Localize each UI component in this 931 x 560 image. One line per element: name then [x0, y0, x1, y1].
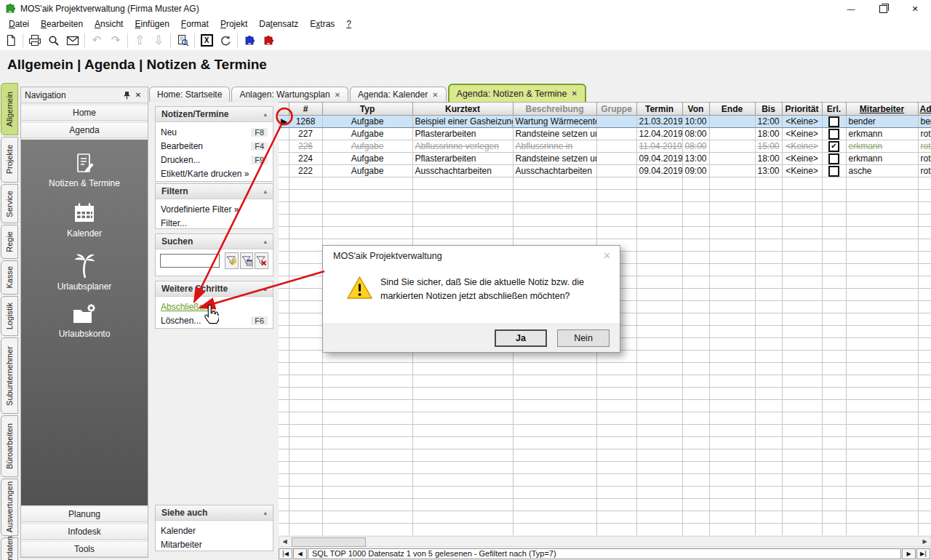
action-vordefinierte-filter[interactable]: Vordefinierte Filter » — [156, 202, 273, 216]
send-mail-button[interactable] — [63, 32, 82, 49]
col-erledigt[interactable]: Erl. — [822, 103, 846, 116]
redo-button[interactable]: ↷ — [106, 32, 125, 49]
col-mitarbeiter[interactable]: Mitarbeiter — [846, 103, 918, 116]
close-button[interactable]: ✕ — [899, 0, 931, 17]
tab-anlagen-wartungsplan[interactable]: Anlagen: Wartungsplan✕ — [231, 87, 348, 102]
first-record-button[interactable]: |◀ — [279, 548, 292, 559]
checkbox[interactable] — [828, 129, 839, 140]
menu-ansicht[interactable]: Ansicht — [89, 19, 129, 29]
scroll-left-icon[interactable]: ◀ — [279, 537, 290, 546]
filter-list-button[interactable] — [240, 252, 254, 269]
dialog-close-icon[interactable]: ✕ — [603, 250, 611, 261]
col-ende[interactable]: Ende — [709, 103, 755, 116]
table-row[interactable]: 222 Aufgabe Ausschachtarbeiten Ausschach… — [279, 165, 931, 177]
refresh-button[interactable] — [216, 32, 235, 49]
table-row[interactable]: 227 Aufgabe Pflasterarbeiten Randsteine … — [279, 128, 931, 140]
nav-item-notizen-termine[interactable]: Notizen & Termine — [21, 151, 148, 188]
section-header[interactable]: Suchen▴ — [156, 234, 273, 249]
action-etikett-drucken[interactable]: Etikett/Karte drucken » — [156, 167, 273, 180]
plugin-blue-button[interactable] — [240, 32, 259, 49]
col-kurztext[interactable]: Kurztext — [412, 103, 513, 116]
action-filter[interactable]: Filter... — [156, 216, 273, 230]
last-record-button[interactable]: ▶| — [916, 548, 930, 559]
minimize-button[interactable]: — — [835, 0, 867, 17]
print-preview-button[interactable] — [44, 32, 63, 49]
plugin-red-button[interactable] — [259, 32, 278, 49]
sidebar-tab-subunternehmer[interactable]: Subunternehmer — [1, 337, 18, 414]
col-id[interactable]: # — [289, 103, 322, 116]
section-header[interactable]: Weitere Schritte▴ — [156, 281, 273, 297]
nav-item-urlaubskonto[interactable]: Urlaubskonto — [21, 303, 148, 339]
col-bis[interactable]: Bis — [755, 103, 782, 116]
section-header[interactable]: Filtern▴ — [156, 184, 273, 199]
tab-close-icon[interactable]: ✕ — [572, 89, 578, 97]
tab-close-icon[interactable]: ✕ — [432, 91, 438, 99]
nav-item-urlaubsplaner[interactable]: Urlaubsplaner — [21, 250, 148, 292]
action-neu[interactable]: NeuF8 — [156, 125, 273, 139]
col-adresse[interactable]: Adre — [918, 103, 931, 116]
action-abschliessen[interactable]: Abschließen... — [156, 300, 273, 313]
sidebar-tab-auswertungen[interactable]: Auswertungen — [1, 479, 18, 536]
sidebar-tab-projekte[interactable]: Projekte — [1, 137, 18, 183]
action-siehe-mitarbeiter[interactable]: Mitarbeiter — [156, 537, 273, 551]
action-bearbeiten[interactable]: BearbeitenF4 — [156, 139, 273, 153]
new-document-button[interactable] — [1, 32, 20, 49]
excel-export-button[interactable]: X — [197, 32, 216, 49]
move-up-button[interactable]: ⇧ — [130, 32, 149, 49]
nav-item-tools[interactable]: Tools — [21, 541, 148, 557]
menu-extras[interactable]: Extras — [304, 19, 340, 29]
tab-agenda-kalender[interactable]: Agenda: Kalender✕ — [350, 87, 446, 102]
menu-hilfe[interactable]: ? — [340, 19, 357, 29]
next-record-button[interactable]: ▶ — [902, 548, 916, 559]
tab-home-startseite[interactable]: Home: Startseite — [149, 87, 230, 102]
restore-button[interactable] — [867, 0, 899, 17]
col-typ[interactable]: Typ — [322, 103, 412, 116]
nav-item-infodesk[interactable]: Infodesk — [21, 524, 148, 540]
search-input[interactable] — [160, 254, 220, 268]
sidebar-tab-stammdaten[interactable]: Stammdaten — [1, 537, 18, 560]
navigation-close-icon[interactable]: ✕ — [132, 89, 144, 101]
col-von[interactable]: Von — [682, 103, 709, 116]
table-row[interactable]: 226 Aufgabe Abflussrinne verlegen Abflus… — [279, 140, 931, 153]
col-gruppe[interactable]: Gruppe — [596, 103, 636, 116]
sidebar-tab-bueroarbeiten[interactable]: Büroarbeiten — [1, 415, 18, 477]
sidebar-tab-regie[interactable]: Regie — [1, 225, 18, 259]
previous-record-button[interactable]: ◀ — [293, 548, 307, 559]
nav-item-planung[interactable]: Planung — [21, 506, 148, 522]
sidebar-tab-logistik[interactable]: Logistik — [1, 296, 18, 336]
action-loeschen[interactable]: Löschen...F6 — [156, 313, 273, 327]
pin-icon[interactable] — [121, 89, 132, 101]
menu-format[interactable]: Format — [175, 19, 215, 29]
action-siehe-kalender[interactable]: Kalender — [156, 524, 273, 537]
sidebar-tab-service[interactable]: Service — [1, 184, 18, 223]
tab-agenda-notizen-termine[interactable]: Agenda: Notizen & Termine✕ — [448, 84, 586, 102]
section-header[interactable]: Siehe auch▴ — [156, 505, 273, 521]
menu-datei[interactable]: Datei — [3, 19, 35, 29]
menu-bearbeiten[interactable]: Bearbeiten — [35, 19, 89, 29]
menu-einfuegen[interactable]: Einfügen — [129, 19, 175, 29]
col-termin[interactable]: Termin — [636, 103, 682, 116]
scroll-right-icon[interactable]: ▶ — [919, 537, 930, 546]
nav-item-kalender[interactable]: Kalender — [21, 200, 148, 239]
action-drucken[interactable]: Drucken...F9 — [156, 153, 273, 167]
menu-projekt[interactable]: Projekt — [215, 19, 253, 29]
checkbox[interactable] — [828, 153, 839, 164]
filter-apply-button[interactable] — [225, 252, 239, 269]
horizontal-scrollbar[interactable]: ◀ ▶ — [279, 536, 931, 547]
undo-button[interactable]: ↶ — [87, 32, 106, 49]
filter-clear-button[interactable] — [255, 252, 268, 269]
scrollbar-thumb[interactable] — [292, 537, 366, 547]
move-down-button[interactable]: ⇩ — [149, 32, 168, 49]
checkbox[interactable] — [828, 166, 839, 177]
col-beschreibung[interactable]: Beschreibung — [513, 103, 596, 116]
print-button[interactable] — [25, 32, 44, 49]
table-row[interactable]: 224 Aufgabe Pflasterarbeiten Randsteine … — [279, 153, 931, 165]
report-preview-button[interactable] — [173, 32, 192, 49]
col-prioritaet[interactable]: Priorität — [782, 103, 822, 116]
sidebar-tab-allgemein[interactable]: Allgemein — [1, 83, 18, 135]
checkbox-checked[interactable]: ✔ — [828, 141, 839, 152]
menu-datensatz[interactable]: Datensatz — [253, 19, 304, 29]
checkbox[interactable] — [828, 116, 839, 127]
section-header[interactable]: Notizen/Termine▴ — [156, 107, 273, 122]
no-button[interactable]: Nein — [557, 329, 610, 347]
